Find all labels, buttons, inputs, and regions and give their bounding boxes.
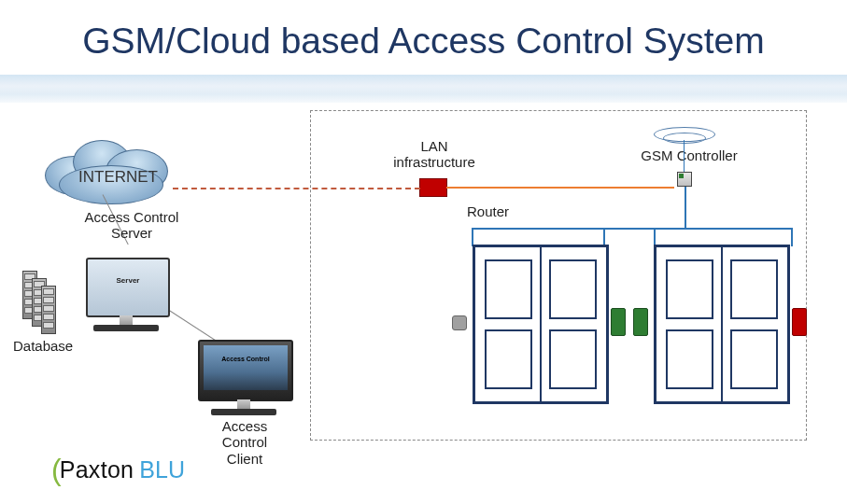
client-icon: Access Control: [198, 340, 293, 401]
door-1-reader-right: [611, 308, 626, 336]
client-label: Access Control Client: [198, 418, 291, 467]
controller-label: GSM Controller: [633, 147, 745, 163]
door-1: [473, 245, 609, 404]
database-rack-3: [41, 286, 56, 334]
antenna-stem: [684, 140, 685, 172]
wire-door1-drop: [472, 228, 473, 246]
logo-sub: BLU: [139, 456, 185, 483]
server-icon: Server: [86, 258, 170, 317]
door-2-reader-left: [633, 308, 648, 336]
logo-brand: Paxton: [60, 456, 134, 483]
server-stand-neck: [120, 315, 133, 325]
router-to-controller-line: [446, 187, 674, 189]
door-2: [654, 245, 790, 404]
brand-logo: ( Paxton BLU: [51, 453, 185, 487]
background-sky-band: [0, 75, 847, 103]
wire-door2-drop-r: [791, 228, 793, 246]
client-inner-label: Access Control: [200, 356, 291, 362]
wire-ctrl-down: [685, 187, 686, 228]
router-icon: [419, 178, 447, 197]
wire-bus-h: [472, 228, 793, 230]
wire-door1-drop-r: [603, 228, 605, 246]
controller-device-icon: [677, 172, 692, 187]
door-2-reader-right: [792, 308, 807, 336]
door-1-exit-button: [452, 315, 467, 330]
client-stand-base: [211, 409, 276, 415]
server-stand-base: [93, 325, 159, 331]
page-title: GSM/Cloud based Access Control System: [0, 21, 847, 62]
server-inner-label: Server: [88, 259, 168, 285]
antenna-ring-2: [663, 133, 706, 144]
router-label: Router: [467, 203, 509, 219]
lan-label: LAN infrastructure: [383, 138, 486, 171]
client-stand-neck: [237, 399, 250, 409]
database-label: Database: [13, 338, 73, 354]
internet-link-line: [173, 188, 420, 189]
cloud-label: INTERNET: [78, 168, 158, 187]
wire-door2-drop: [654, 228, 656, 246]
server-label: Access Control Server: [71, 209, 192, 242]
